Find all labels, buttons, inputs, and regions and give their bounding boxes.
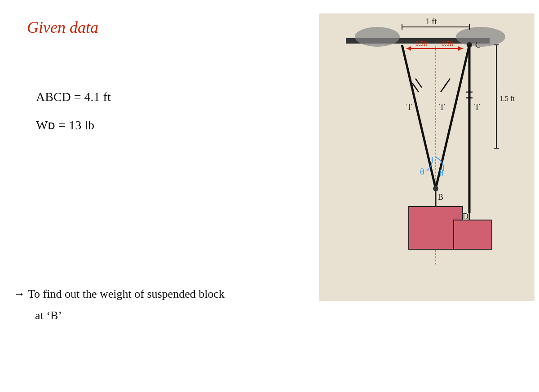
- label-t3: T: [474, 102, 480, 112]
- label-b: B: [438, 193, 443, 202]
- svg-rect-25: [454, 220, 492, 249]
- label-theta2: θ: [439, 168, 444, 178]
- problem-line1: → To find out the weight of suspended bl…: [13, 287, 225, 301]
- variables-block: ABCD = 4.1 ft Wᴅ = 13 lb: [36, 90, 111, 146]
- diagram: 1 ft 0.5ft 0.5ft C: [319, 13, 535, 301]
- dim-1ft: 1 ft: [426, 17, 437, 26]
- dim-0.5ft-left: 0.5ft: [415, 40, 427, 47]
- label-theta1: θ: [420, 167, 424, 177]
- given-data-heading: Given data: [27, 18, 98, 37]
- label-c: C: [475, 40, 481, 49]
- label-t1: T: [406, 102, 412, 112]
- label-t2: T: [439, 102, 445, 112]
- problem-line2: at ‘B’: [35, 309, 225, 322]
- abcd-variable: ABCD = 4.1 ft: [36, 90, 111, 104]
- svg-point-22: [433, 186, 438, 191]
- dim-1.5ft: 1.5 ft: [499, 95, 515, 102]
- svg-point-2: [355, 27, 400, 47]
- problem-statement: → To find out the weight of suspended bl…: [13, 287, 225, 322]
- dim-0.5ft-right: 0.5ft: [442, 40, 453, 47]
- wd-variable: Wᴅ = 13 lb: [36, 118, 111, 132]
- svg-rect-0: [319, 13, 535, 301]
